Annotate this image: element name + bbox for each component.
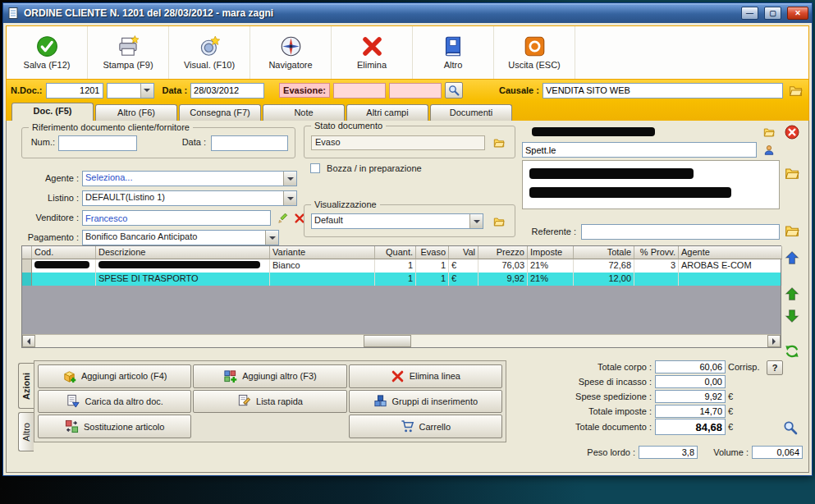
num-input[interactable] xyxy=(58,135,137,151)
bozza-checkbox[interactable] xyxy=(310,163,320,173)
stampa-button[interactable]: Stampa (F9) xyxy=(88,26,169,79)
venditore-input[interactable] xyxy=(82,210,271,226)
totale-corpo-row: Totale corpo : Corrisp. xyxy=(537,360,760,373)
col-header-quant[interactable]: Quant. xyxy=(375,246,416,259)
evasione-from-input[interactable] xyxy=(333,83,386,99)
visualizzazione-combo[interactable]: Default xyxy=(311,213,483,229)
tab-doc[interactable]: Doc. (F5) xyxy=(11,103,94,121)
table-row[interactable]: Bianco 1 1 € 76,03 21% 72,68 3 AROBAS E-… xyxy=(22,259,781,273)
sostituzione-articolo-label: Sostituzione articolo xyxy=(84,422,164,432)
titlebar[interactable]: ORDINE CLIENTE N. 1201 del 28/03/2012 - … xyxy=(3,3,812,23)
doc-type-combo[interactable] xyxy=(107,83,154,99)
cell-imposte: 21% xyxy=(528,259,574,273)
scrollbar-track[interactable] xyxy=(35,335,767,347)
uscita-button[interactable]: Uscita (ESC) xyxy=(494,26,575,79)
tab-consegna[interactable]: Consegna (F7) xyxy=(179,104,261,121)
navigatore-button[interactable]: Navigatore xyxy=(250,26,332,79)
causale-input[interactable] xyxy=(543,83,783,99)
stato-folder-button[interactable] xyxy=(490,135,508,151)
evasione-to-input[interactable] xyxy=(389,83,442,99)
totale-corpo-input[interactable] xyxy=(655,360,726,373)
customer-address-box[interactable] xyxy=(522,160,780,209)
agente-combo[interactable]: Seleziona... xyxy=(82,171,297,186)
tab-documenti[interactable]: Documenti xyxy=(430,104,512,121)
green-arrow-up-icon xyxy=(785,286,799,301)
customer-card-folder-button[interactable] xyxy=(783,165,801,181)
listino-combo[interactable]: DEFAULT(Listino 1) xyxy=(82,190,297,206)
spese-incasso-input[interactable] xyxy=(655,375,726,388)
col-header-provv[interactable]: % Provv. xyxy=(634,246,679,259)
elimina-linea-button[interactable]: Elimina linea xyxy=(349,364,502,388)
vertical-tab-altro[interactable]: Altro xyxy=(18,412,34,451)
close-button[interactable]: ✕ xyxy=(787,7,808,20)
peso-lordo-input[interactable] xyxy=(639,446,698,459)
col-header-variante[interactable]: Variante xyxy=(270,246,375,259)
spese-spedizione-input[interactable] xyxy=(655,390,726,403)
data-input[interactable] xyxy=(190,83,264,99)
rif-data-input[interactable] xyxy=(211,135,288,151)
chevron-down-icon[interactable] xyxy=(283,172,296,186)
clear-customer-button[interactable] xyxy=(783,124,801,140)
maximize-button[interactable]: ▢ xyxy=(764,7,781,20)
table-row-selected[interactable]: SPESE DI TRASPORTO 1 1 € 9,92 21% 12,00 xyxy=(22,273,781,286)
elimina-button[interactable]: Elimina xyxy=(332,26,413,79)
chevron-down-icon[interactable] xyxy=(265,231,278,245)
actions-spacer xyxy=(193,415,346,438)
move-row-up-button[interactable] xyxy=(783,250,801,266)
col-header-cod[interactable]: Cod. xyxy=(32,246,96,259)
contact-person-button[interactable] xyxy=(760,142,778,158)
red-x-circle-icon xyxy=(785,125,799,140)
aggiungi-articolo-button[interactable]: Aggiungi articolo (F4) xyxy=(38,364,191,388)
col-header-totale[interactable]: Totale xyxy=(574,246,634,259)
chevron-down-icon[interactable] xyxy=(283,191,296,205)
totale-documento-input[interactable] xyxy=(655,419,726,435)
tab-note[interactable]: Note xyxy=(263,104,345,121)
customer-folder-button[interactable] xyxy=(760,124,778,140)
vertical-tab-azioni[interactable]: Azioni xyxy=(18,363,34,409)
evasione-search-button[interactable] xyxy=(445,82,463,99)
referente-folder-button[interactable] xyxy=(783,222,801,239)
chevron-down-icon[interactable] xyxy=(469,214,483,228)
aggiungi-altro-button[interactable]: Aggiungi altro (F3) xyxy=(193,364,346,388)
carrello-button[interactable]: Carrello xyxy=(349,415,502,438)
cell-evaso: 1 xyxy=(416,273,449,286)
lista-rapida-button[interactable]: Lista rapida xyxy=(193,390,346,414)
ndoc-input[interactable] xyxy=(46,83,103,99)
col-header-descrizione[interactable]: Descrizione xyxy=(96,246,270,259)
visual-button[interactable]: Visual. (F10) xyxy=(169,26,250,79)
horizontal-scrollbar[interactable] xyxy=(22,334,781,347)
venditore-edit-button[interactable] xyxy=(274,210,292,227)
gruppi-di-inserimento-button[interactable]: Gruppi di inserimento xyxy=(349,390,502,414)
col-header-evaso[interactable]: Evaso xyxy=(416,246,449,259)
spettle-input[interactable] xyxy=(522,142,757,158)
volume-input[interactable] xyxy=(752,446,803,459)
refresh-rows-button[interactable] xyxy=(783,343,801,360)
col-header-selector[interactable] xyxy=(22,246,32,259)
compass-icon xyxy=(280,35,302,57)
scroll-left-arrow[interactable] xyxy=(22,335,35,347)
col-header-agente[interactable]: Agente xyxy=(679,246,782,259)
carica-da-altro-doc-button[interactable]: Carica da altro doc. xyxy=(38,390,191,414)
tab-altri-campi[interactable]: Altri campi xyxy=(346,104,428,121)
help-button[interactable]: ? xyxy=(767,360,783,375)
totals-search-button[interactable] xyxy=(781,419,799,436)
tab-altro[interactable]: Altro (F6) xyxy=(95,104,177,121)
altro-button[interactable]: Altro xyxy=(413,26,494,79)
causale-folder-button[interactable] xyxy=(786,82,804,99)
col-header-prezzo[interactable]: Prezzo xyxy=(478,246,528,259)
sostituzione-articolo-button[interactable]: Sostituzione articolo xyxy=(38,415,191,438)
chevron-down-icon[interactable] xyxy=(140,84,153,98)
scroll-right-arrow[interactable] xyxy=(767,335,781,347)
col-header-imposte[interactable]: Imposte xyxy=(528,246,574,259)
minimize-button[interactable]: — xyxy=(741,7,758,20)
referente-input[interactable] xyxy=(581,224,780,240)
stato-value-field: Evaso xyxy=(311,135,485,150)
scroll-down-button[interactable] xyxy=(783,308,801,324)
totale-imposte-input[interactable] xyxy=(655,405,726,418)
scroll-up-button[interactable] xyxy=(783,286,801,302)
pagamento-combo[interactable]: Bonifico Bancario Anticipato xyxy=(82,230,279,245)
scrollbar-thumb[interactable] xyxy=(364,335,411,347)
col-header-val[interactable]: Val xyxy=(449,246,478,259)
visualizzazione-folder-button[interactable] xyxy=(490,213,508,230)
salva-button[interactable]: Salva (F12) xyxy=(7,26,88,79)
